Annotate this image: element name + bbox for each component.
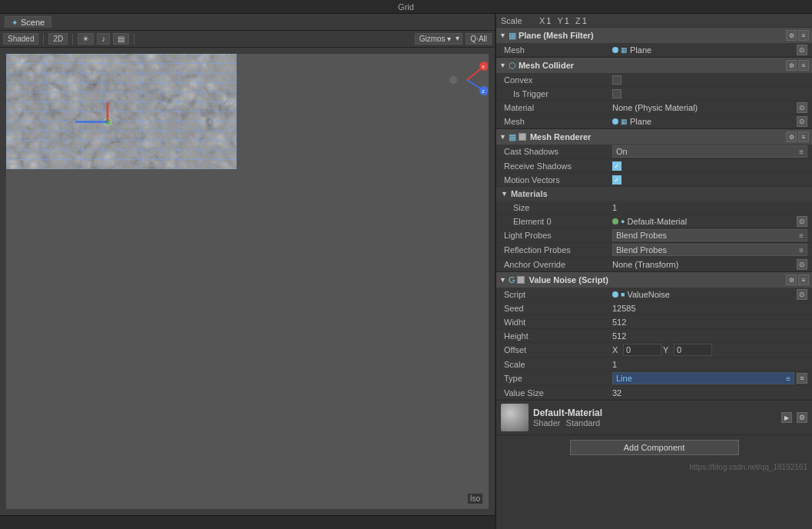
prop-dropdown-blue-side-value-noise-6[interactable]: ≡ xyxy=(797,373,807,384)
scale-row: Scale X 1 Y 1 Z 1 xyxy=(496,14,812,28)
xy-y-input-value-noise-4[interactable] xyxy=(674,344,712,356)
axis-indicator: x z xyxy=(446,58,484,97)
ref-side-btn-mesh-collider-3[interactable]: ⊙ xyxy=(797,116,807,127)
component-header-mesh-collider[interactable]: ▼ ⬡ Mesh Collider ⚙ ≡ xyxy=(496,58,812,73)
ref-side-btn-mesh-renderer-5[interactable]: ⊙ xyxy=(797,216,807,227)
ref-text-mesh-collider-3: Plane xyxy=(630,117,651,126)
ref-dot-green-mesh-renderer-5 xyxy=(612,218,618,225)
scene-panel: ✦ Scene Shaded 2D ☀ ♪ ▤ Gizmos ▾ Q·All xyxy=(0,14,495,529)
component-context-btn-value-noise[interactable]: ≡ xyxy=(798,274,809,285)
prop-row-mesh-renderer-4: Size 1 xyxy=(496,201,812,215)
prop-value-container-value-noise-1: 12585 xyxy=(612,304,807,313)
component-name-mesh-collider: Mesh Collider xyxy=(519,61,784,70)
prop-checkbox-mesh-collider-0[interactable] xyxy=(612,75,621,85)
prop-value-text-mesh-renderer-4: 1 xyxy=(612,203,617,212)
prop-label-value-noise-4: Offset xyxy=(501,345,612,354)
component-header-value-noise[interactable]: ▼ G Value Noise (Script) ⚙ ≡ xyxy=(496,272,812,288)
component-icon-mesh-renderer: ▦ xyxy=(509,132,516,142)
all-filter[interactable]: Q·All xyxy=(466,33,492,45)
prop-checkbox-mesh-collider-1[interactable] xyxy=(612,89,621,98)
component-name-mesh-filter: Plane (Mesh Filter) xyxy=(519,31,784,40)
prop-value-text-value-noise-1: 12585 xyxy=(612,304,636,313)
ref-side-btn-mesh-filter-0[interactable]: ⊙ xyxy=(797,45,807,55)
scale-y-item: Y 1 xyxy=(557,16,568,25)
prop-row-mesh-renderer-0: Cast Shadows On xyxy=(496,145,812,159)
components-container: ▼ ▦ Plane (Mesh Filter) ⚙ ≡ Mesh ▦ Plane… xyxy=(496,28,812,401)
component-context-btn-mesh-renderer[interactable]: ≡ xyxy=(798,131,809,142)
prop-row-mesh-collider-3: Mesh ▦ Plane ⊙ xyxy=(496,115,812,128)
prop-value-container-mesh-renderer-7: Blend Probes xyxy=(612,244,807,256)
scale-x-item: X 1 xyxy=(539,16,551,25)
ref-text-mesh-filter-0: Plane xyxy=(630,45,651,55)
prop-value-container-mesh-collider-0 xyxy=(612,75,807,85)
ref-side-btn-mesh-renderer-8[interactable]: ⊙ xyxy=(797,259,807,270)
effects-toggle[interactable]: ▤ xyxy=(113,33,129,45)
light-toggle[interactable]: ☀ xyxy=(78,33,94,45)
prop-row-mesh-collider-2: Material None (Physic Material) ⊙ xyxy=(496,101,812,115)
prop-value-text-value-noise-3: 512 xyxy=(612,331,626,341)
2d-toggle[interactable]: 2D xyxy=(48,33,68,45)
scene-viewport[interactable]: x z Iso xyxy=(6,54,489,509)
ref-dot-value-noise-0 xyxy=(612,291,618,298)
material-shader: Shader Standard xyxy=(533,418,777,428)
xy-x-label-value-noise-4: X xyxy=(612,345,621,354)
ref-text-mesh-collider-2: None (Physic Material) xyxy=(612,103,698,112)
scene-controls-bar: Shaded 2D ☀ ♪ ▤ Gizmos ▾ Q·All xyxy=(0,31,495,48)
gizmos-dropdown[interactable]: Gizmos ▾ xyxy=(415,33,463,45)
component-header-btns-mesh-filter: ⚙ ≡ xyxy=(786,30,809,41)
material-settings-btn[interactable]: ⚙ xyxy=(797,412,807,423)
component-enabled-value-noise[interactable] xyxy=(517,276,525,284)
prop-ref-mesh-collider-2: None (Physic Material) xyxy=(612,103,794,112)
prop-checkbox-mesh-renderer-1[interactable]: ✓ xyxy=(612,161,621,171)
svg-text:z: z xyxy=(482,88,485,95)
ref-side-btn-mesh-collider-2[interactable]: ⊙ xyxy=(797,102,807,113)
prop-label-value-noise-2: Widht xyxy=(501,318,612,327)
shaded-dropdown[interactable]: Shaded xyxy=(3,33,38,45)
component-settings-btn-mesh-renderer[interactable]: ⚙ xyxy=(786,131,797,142)
prop-value-container-value-noise-4: X Y xyxy=(612,344,807,356)
component-enabled-mesh-renderer[interactable] xyxy=(519,133,526,141)
prop-checkbox-mesh-renderer-2[interactable]: ✓ xyxy=(612,175,621,185)
prop-row-mesh-renderer-1: Receive Shadows ✓ xyxy=(496,159,812,173)
component-section-mesh-renderer: ▼ ▦ Mesh Renderer ⚙ ≡ Cast Shadows On Re… xyxy=(496,129,812,272)
prop-value-container-mesh-renderer-5: ● Default-Material ⊙ xyxy=(612,216,807,227)
xy-y-label-value-noise-4: Y xyxy=(663,345,672,354)
component-settings-btn-mesh-collider[interactable]: ⚙ xyxy=(786,60,797,71)
component-context-btn-mesh-collider[interactable]: ≡ xyxy=(798,60,809,71)
component-settings-btn-value-noise[interactable]: ⚙ xyxy=(786,274,797,285)
material-expand-btn[interactable]: ▶ xyxy=(781,412,792,423)
prop-value-container-mesh-renderer-8: None (Transform) ⊙ xyxy=(612,259,807,270)
scene-tab[interactable]: ✦ Scene xyxy=(5,16,51,28)
scene-bottom-bar xyxy=(0,515,495,529)
component-section-mesh-filter: ▼ ▦ Plane (Mesh Filter) ⚙ ≡ Mesh ▦ Plane… xyxy=(496,28,812,58)
prop-row-mesh-collider-1: Is Trigger xyxy=(496,87,812,101)
prop-row-value-noise-1: Seed 12585 xyxy=(496,301,812,315)
prop-ref-mesh-filter-0: ▦ Plane xyxy=(612,45,794,55)
component-header-mesh-renderer[interactable]: ▼ ▦ Mesh Renderer ⚙ ≡ xyxy=(496,129,812,145)
component-settings-btn-mesh-filter[interactable]: ⚙ xyxy=(786,30,797,41)
component-name-value-noise: Value Noise (Script) xyxy=(529,275,784,284)
ref-text-mesh-renderer-5: Default-Material xyxy=(627,217,687,226)
prop-label-mesh-renderer-2: Motion Vectors xyxy=(501,175,612,185)
component-arrow-mesh-filter: ▼ xyxy=(499,32,506,39)
ref-text-value-noise-0: ValueNoise xyxy=(627,290,669,299)
prop-row-mesh-renderer-5: Element 0 ● Default-Material ⊙ xyxy=(496,215,812,228)
add-component-button[interactable]: Add Component xyxy=(570,440,739,455)
prop-dropdown-mesh-renderer-0[interactable]: On xyxy=(612,145,807,158)
prop-label-value-noise-5: Scale xyxy=(501,360,612,369)
scale-z-item: Z 1 xyxy=(575,16,587,25)
prop-dropdown-mesh-renderer-6[interactable]: Blend Probes xyxy=(612,229,807,241)
controls-separator-3 xyxy=(134,34,134,45)
prop-ref-mesh-renderer-5: ● Default-Material xyxy=(612,217,794,226)
prop-dropdown-blue-value-noise-6[interactable]: Line xyxy=(612,372,794,384)
xy-x-input-value-noise-4[interactable] xyxy=(623,344,661,356)
ref-side-btn-value-noise-0[interactable]: ⊙ xyxy=(797,289,807,300)
prop-row-mesh-renderer-7: Reflection Probes Blend Probes xyxy=(496,243,812,258)
component-context-btn-mesh-filter[interactable]: ≡ xyxy=(798,30,809,41)
prop-dropdown-mesh-renderer-7[interactable]: Blend Probes xyxy=(612,244,807,256)
audio-toggle[interactable]: ♪ xyxy=(97,33,110,45)
prop-value-container-value-noise-3: 512 xyxy=(612,331,807,341)
ref-dot-mesh-filter-0 xyxy=(612,47,618,53)
svg-text:x: x xyxy=(482,63,485,70)
component-header-mesh-filter[interactable]: ▼ ▦ Plane (Mesh Filter) ⚙ ≡ xyxy=(496,28,812,43)
